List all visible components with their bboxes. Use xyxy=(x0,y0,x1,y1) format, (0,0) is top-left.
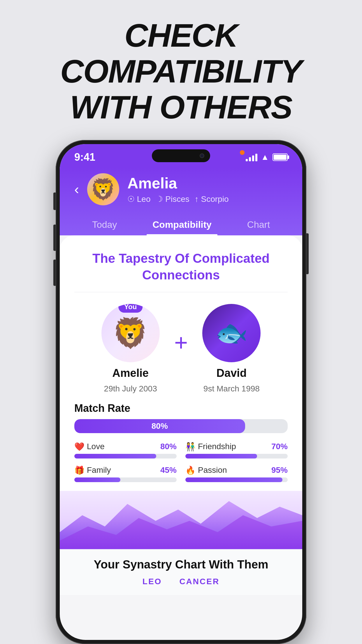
plus-sign: + xyxy=(174,329,188,356)
metric-passion: 🔥 Passion 95% xyxy=(185,466,288,482)
wifi-icon: ▲ xyxy=(261,153,269,162)
person2-name: David xyxy=(217,367,247,379)
battery-fill xyxy=(274,155,287,160)
status-icons: ▲ xyxy=(246,153,288,162)
power-button xyxy=(306,233,309,274)
zodiac-moon: ☽ Pisces xyxy=(156,194,189,204)
metric-passion-header: 🔥 Passion 95% xyxy=(185,466,288,475)
content-area: The Tapestry Of Complicated Connections … xyxy=(60,235,302,549)
zodiac-signs: ☉ Leo ☽ Pisces ↑ Scorpio xyxy=(127,194,288,204)
avatar: 🦁 xyxy=(87,173,119,205)
metric-family-fill xyxy=(74,477,120,482)
overall-bar-fill: 80% xyxy=(74,419,245,433)
silent-button xyxy=(53,192,56,210)
chart-preview: LEO CANCER xyxy=(74,577,288,586)
camera-icon xyxy=(200,153,204,158)
person1-card: You 🦁 Amelie 29th July 2003 xyxy=(101,304,160,393)
signal-bar-3 xyxy=(252,155,254,161)
tab-bar: Today Compatibility Chart xyxy=(74,214,288,235)
person1-lion-icon: 🦁 xyxy=(101,304,160,362)
app-header: ‹ 🦁 Amelia ☉ Leo ☽ Pisces ↑ Scorpio Toda… xyxy=(60,167,302,235)
metric-love-name: ❤️ Love xyxy=(74,442,105,452)
header-top: ‹ 🦁 Amelia ☉ Leo ☽ Pisces ↑ Scorpio xyxy=(74,173,288,205)
metric-passion-bar xyxy=(185,477,288,482)
you-badge: You xyxy=(118,304,143,313)
header-info: Amelia ☉ Leo ☽ Pisces ↑ Scorpio xyxy=(127,174,288,204)
metric-love-header: ❤️ Love 80% xyxy=(74,442,177,452)
mountain-svg xyxy=(60,493,302,549)
metric-love: ❤️ Love 80% xyxy=(74,442,177,459)
match-rate-section: Match Rate 80% ❤️ Love 80% xyxy=(74,402,288,482)
match-row: You 🦁 Amelie 29th July 2003 + 🐟 David 9s… xyxy=(74,304,288,393)
avatar-lion-icon: 🦁 xyxy=(90,177,116,201)
person1-name: Amelie xyxy=(112,367,149,379)
volume-down-button xyxy=(53,260,56,286)
synastry-title: Your Synastry Chart With Them xyxy=(74,558,288,571)
metric-family-name: 🎁 Family xyxy=(74,466,111,475)
person2-card: 🐟 David 9st March 1998 xyxy=(202,304,261,393)
metric-family: 🎁 Family 45% xyxy=(74,466,177,482)
person2-date: 9st March 1998 xyxy=(203,384,260,393)
overall-bar-label: 80% xyxy=(152,421,168,431)
divider xyxy=(74,292,288,292)
dynamic-island xyxy=(152,149,210,162)
volume-up-button xyxy=(53,225,56,251)
signal-bar-4 xyxy=(255,154,257,161)
metric-family-bar xyxy=(74,477,177,482)
person2-avatar: 🐟 xyxy=(202,304,261,362)
tab-chart[interactable]: Chart xyxy=(241,214,276,235)
person1-date: 29th July 2003 xyxy=(104,384,157,393)
metric-love-pct: 80% xyxy=(160,442,177,451)
metric-passion-pct: 95% xyxy=(271,466,288,475)
overall-bar: 80% xyxy=(74,419,288,433)
section-title: The Tapestry Of Complicated Connections xyxy=(74,250,288,283)
phone-screen: 9:41 ▲ ‹ xyxy=(60,144,302,640)
person1-avatar: You 🦁 xyxy=(101,304,160,362)
back-button[interactable]: ‹ xyxy=(74,181,79,197)
battery-icon xyxy=(273,153,288,161)
metric-friendship-pct: 70% xyxy=(271,442,288,451)
match-rate-label: Match Rate xyxy=(74,402,288,414)
signal-icon xyxy=(246,153,257,161)
landscape-image xyxy=(60,491,302,549)
metric-friendship-name: 👫 Friendship xyxy=(185,442,236,452)
metric-passion-name: 🔥 Passion xyxy=(185,466,227,475)
metric-family-pct: 45% xyxy=(160,466,177,475)
metric-friendship-bar xyxy=(185,454,288,459)
signal-bar-2 xyxy=(249,157,251,161)
user-name: Amelia xyxy=(127,174,288,192)
zodiac-sun: ☉ Leo xyxy=(127,194,151,204)
metric-love-fill xyxy=(74,454,156,459)
headline-line1: CHECK COMPATIBILITY xyxy=(0,18,362,89)
headline: CHECK COMPATIBILITY WITH OTHERS xyxy=(0,18,362,125)
person2-fish-icon: 🐟 xyxy=(202,304,261,362)
metric-friendship-header: 👫 Friendship 70% xyxy=(185,442,288,452)
tab-compatibility[interactable]: Compatibility xyxy=(147,214,217,235)
metrics-grid: ❤️ Love 80% 👫 Friendship 70% xyxy=(74,442,288,482)
synastry-section: Your Synastry Chart With Them LEO CANCER xyxy=(60,549,302,595)
metric-friendship: 👫 Friendship 70% xyxy=(185,442,288,459)
status-time: 9:41 xyxy=(74,151,95,163)
metric-family-header: 🎁 Family 45% xyxy=(74,466,177,475)
orange-dot-indicator xyxy=(240,150,245,155)
headline-line2: WITH OTHERS xyxy=(0,89,362,125)
chart-sign-leo: LEO xyxy=(143,577,162,586)
signal-bar-1 xyxy=(246,159,248,161)
chart-sign-cancer: CANCER xyxy=(179,577,219,586)
metric-love-bar xyxy=(74,454,177,459)
metric-passion-fill xyxy=(185,477,282,482)
phone-frame: 9:41 ▲ ‹ xyxy=(56,140,306,644)
zodiac-rising: ↑ Scorpio xyxy=(195,195,229,204)
tab-today[interactable]: Today xyxy=(86,214,123,235)
metric-friendship-fill xyxy=(185,454,257,459)
